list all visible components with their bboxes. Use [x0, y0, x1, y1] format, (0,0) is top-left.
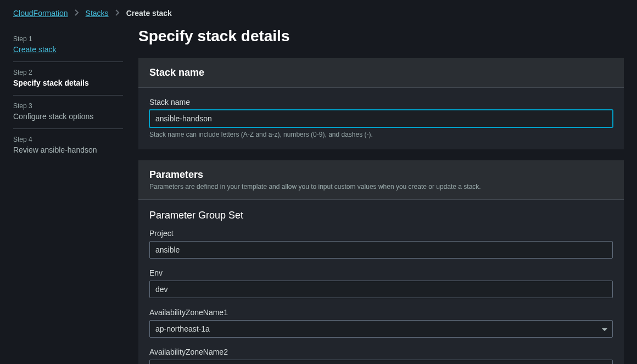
project-label: Project [149, 229, 613, 238]
step-2-label: Specify stack details [13, 79, 123, 87]
parameters-panel-subtitle: Parameters are defined in your template … [149, 183, 613, 191]
page-title: Specify stack details [138, 27, 624, 45]
stack-name-label: Stack name [149, 98, 613, 107]
stack-name-hint: Stack name can include letters (A-Z and … [149, 131, 613, 138]
step-4-label: Review ansible-handson [13, 145, 123, 154]
breadcrumb-current: Create stack [126, 9, 172, 18]
env-label: Env [149, 268, 613, 277]
step-1-label[interactable]: Create stack [13, 45, 123, 54]
az1-label: AvailabilityZoneName1 [149, 308, 613, 317]
parameter-group-title: Parameter Group Set [149, 210, 613, 221]
chevron-right-icon [75, 9, 79, 18]
az2-label: AvailabilityZoneName2 [149, 348, 613, 356]
step-3-label: Configure stack options [13, 112, 123, 121]
step-4: Step 4 Review ansible-handson [13, 129, 123, 162]
chevron-right-icon [115, 9, 120, 18]
stack-name-panel-title: Stack name [149, 67, 613, 79]
wizard-steps: Step 1 Create stack Step 2 Specify stack… [13, 22, 123, 364]
parameters-panel-title: Parameters [149, 169, 613, 181]
az1-select[interactable]: ap-northeast-1a [149, 320, 613, 338]
breadcrumb: CloudFormation Stacks Create stack [0, 0, 637, 22]
step-2: Step 2 Specify stack details [13, 62, 123, 96]
step-3: Step 3 Configure stack options [13, 96, 123, 129]
stack-name-panel: Stack name Stack name Stack name can inc… [138, 58, 624, 149]
project-input[interactable] [149, 241, 613, 259]
env-input[interactable] [149, 281, 613, 298]
breadcrumb-stacks[interactable]: Stacks [86, 9, 109, 18]
az2-select[interactable]: ap-northeast-1c [149, 360, 613, 364]
stack-name-input[interactable] [149, 110, 613, 127]
parameters-panel: Parameters Parameters are defined in you… [138, 160, 624, 364]
breadcrumb-cloudformation[interactable]: CloudFormation [13, 9, 68, 18]
step-1[interactable]: Step 1 Create stack [13, 29, 123, 62]
